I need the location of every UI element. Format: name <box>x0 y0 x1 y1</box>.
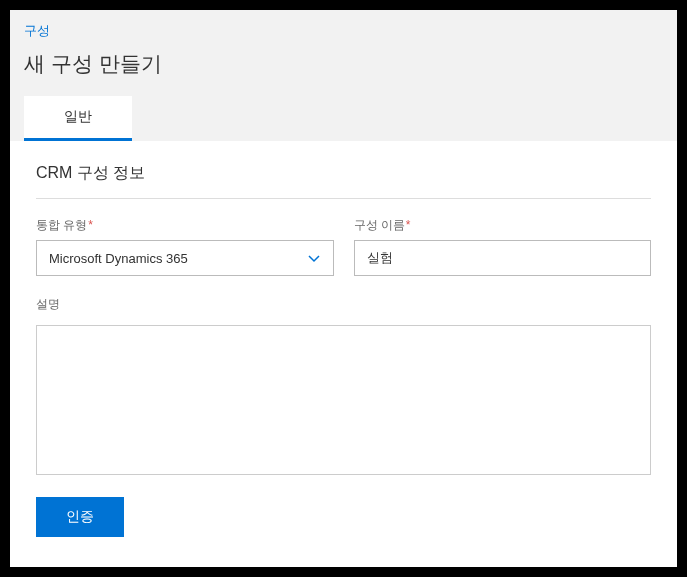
tab-general[interactable]: 일반 <box>24 96 132 141</box>
integration-type-group: 통합 유형* Microsoft Dynamics 365 <box>36 217 334 276</box>
config-panel: 구성 새 구성 만들기 일반 CRM 구성 정보 통합 유형* Microsof… <box>10 10 677 567</box>
page-title: 새 구성 만들기 <box>10 46 677 96</box>
integration-type-label: 통합 유형* <box>36 217 334 234</box>
integration-type-select[interactable]: Microsoft Dynamics 365 <box>36 240 334 276</box>
form-row: 통합 유형* Microsoft Dynamics 365 구성 이름* <box>36 217 651 276</box>
description-textarea[interactable] <box>36 325 651 475</box>
description-label: 설명 <box>36 296 651 313</box>
chevron-down-icon <box>307 251 321 265</box>
label-text: 구성 이름 <box>354 218 405 232</box>
required-indicator: * <box>88 218 93 232</box>
label-text: 통합 유형 <box>36 218 87 232</box>
required-indicator: * <box>406 218 411 232</box>
config-name-input[interactable] <box>354 240 652 276</box>
config-name-group: 구성 이름* <box>354 217 652 276</box>
description-group: 설명 <box>36 296 651 479</box>
config-name-label: 구성 이름* <box>354 217 652 234</box>
select-value: Microsoft Dynamics 365 <box>49 251 307 266</box>
tabs-container: 일반 <box>10 96 677 141</box>
breadcrumb[interactable]: 구성 <box>10 10 677 46</box>
content-area: CRM 구성 정보 통합 유형* Microsoft Dynamics 365 <box>10 141 677 567</box>
authenticate-button[interactable]: 인증 <box>36 497 124 537</box>
section-title: CRM 구성 정보 <box>36 163 651 199</box>
